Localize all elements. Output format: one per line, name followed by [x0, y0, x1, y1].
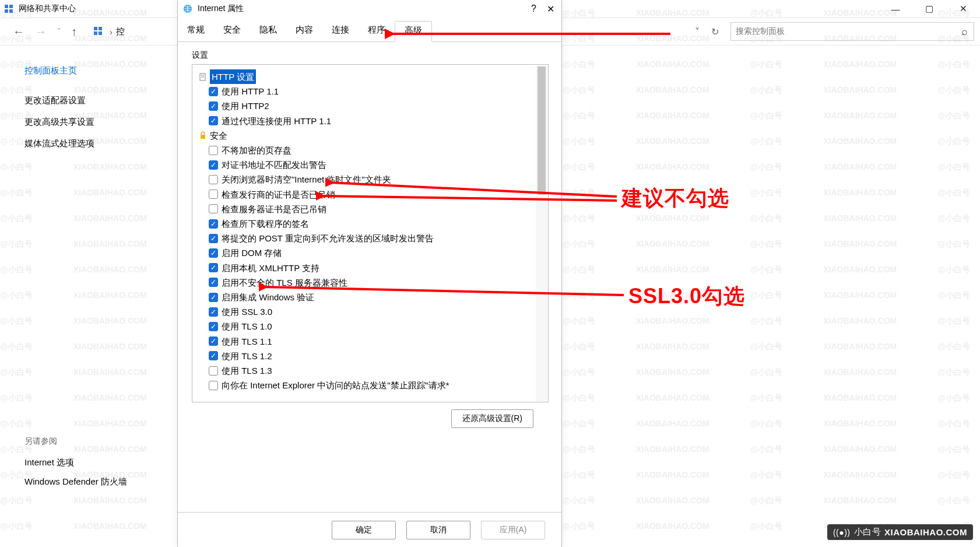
close-button[interactable]: ✕ [946, 0, 980, 17]
setting-label: 使用 HTTP2 [222, 99, 269, 113]
checkbox[interactable] [209, 366, 218, 376]
restore-defaults-button[interactable]: 还原高级设置(R) [451, 409, 533, 428]
checkbox[interactable] [209, 381, 218, 390]
setting-item[interactable]: ✓启用本机 XMLHTTP 支持 [196, 261, 545, 275]
checkbox[interactable]: ✓ [209, 101, 218, 111]
group-header[interactable]: HTTP 设置 [196, 69, 545, 84]
setting-label: 启用 DOM 存储 [222, 246, 282, 260]
checkbox[interactable] [209, 190, 218, 199]
scrollbar-thumb[interactable] [538, 66, 546, 195]
setting-label: 向你在 Internet Explorer 中访问的站点发送"禁止跟踪"请求* [222, 378, 449, 392]
setting-item[interactable]: ✓对证书地址不匹配发出警告 [196, 157, 545, 172]
checkbox[interactable]: ✓ [209, 293, 218, 302]
dialog-titlebar: Internet 属性 ? ✕ [178, 0, 561, 17]
settings-list[interactable]: HTTP 设置✓使用 HTTP 1.1✓使用 HTTP2✓通过代理连接使用 HT… [192, 65, 548, 402]
tab-content[interactable]: 内容 [286, 21, 322, 41]
checkbox[interactable]: ✓ [209, 263, 218, 272]
search-input[interactable]: 搜索控制面板 ⌕ [730, 22, 974, 41]
ok-button[interactable]: 确定 [332, 521, 396, 539]
checkbox[interactable]: ✓ [209, 351, 218, 360]
tab-general[interactable]: 常规 [178, 21, 214, 41]
network-icon [3, 3, 14, 14]
setting-label: 将提交的 POST 重定向到不允许发送的区域时发出警告 [222, 231, 434, 246]
checkbox[interactable]: ✓ [209, 160, 218, 170]
setting-item[interactable]: 向你在 Internet Explorer 中访问的站点发送"禁止跟踪"请求* [196, 378, 545, 392]
sidebar-link-streaming[interactable]: 媒体流式处理选项 [24, 138, 146, 149]
breadcrumb-segment[interactable]: 控 [116, 26, 125, 37]
sidebar-link-sharing[interactable]: 更改高级共享设置 [24, 117, 146, 128]
annotation-arrow-uncheck-2 [316, 190, 617, 206]
sidebar-link-adapter[interactable]: 更改适配器设置 [24, 95, 146, 106]
svg-rect-0 [5, 5, 8, 8]
setting-label: 对证书地址不匹配发出警告 [222, 157, 326, 172]
setting-item[interactable]: ✓使用 TLS 1.0 [196, 319, 545, 334]
forward-button[interactable]: → [35, 25, 47, 38]
checkbox[interactable]: ✓ [209, 219, 218, 229]
maximize-button[interactable]: ▢ [912, 0, 946, 17]
checkbox[interactable]: ✓ [209, 322, 218, 331]
history-dropdown[interactable]: ˅ [57, 27, 61, 36]
breadcrumb[interactable]: › 控 [93, 26, 125, 37]
see-also-internet-options[interactable]: Internet 选项 [24, 457, 146, 468]
minimize-button[interactable]: — [879, 0, 912, 17]
svg-rect-4 [94, 27, 97, 30]
help-button[interactable]: ? [531, 3, 536, 15]
tab-connections[interactable]: 连接 [322, 21, 359, 41]
setting-item[interactable]: 不将加密的页存盘 [196, 143, 545, 157]
dialog-footer: 确定 取消 应用(A) [178, 512, 561, 547]
broadcast-icon: ((●)) [833, 528, 851, 537]
checkbox[interactable]: ✓ [209, 307, 218, 317]
annotation-ssl-label: SSL3.0勾选 [628, 282, 745, 311]
corner-wm-label: 小白号 [854, 527, 881, 538]
setting-item[interactable]: ✓检查所下载程序的签名 [196, 216, 545, 231]
checkbox[interactable]: ✓ [209, 116, 218, 125]
scrollbar[interactable] [536, 65, 547, 401]
setting-item[interactable]: 使用 TLS 1.3 [196, 363, 545, 378]
address-dropdown-icon[interactable]: ˅ [695, 26, 700, 37]
checkbox[interactable]: ✓ [209, 248, 218, 258]
setting-item[interactable]: ✓使用 TLS 1.2 [196, 349, 545, 363]
setting-label: 使用 TLS 1.1 [222, 334, 272, 349]
svg-rect-6 [94, 31, 97, 35]
svg-rect-5 [99, 27, 102, 30]
setting-item[interactable]: ✓使用 TLS 1.1 [196, 334, 545, 349]
sidebar-home-link[interactable]: 控制面板主页 [24, 65, 146, 76]
setting-label: 通过代理连接使用 HTTP 1.1 [222, 114, 331, 128]
tab-privacy[interactable]: 隐私 [250, 21, 286, 41]
back-button[interactable]: ← [13, 25, 24, 38]
checkbox[interactable]: ✓ [209, 336, 218, 346]
see-also-defender[interactable]: Windows Defender 防火墙 [24, 476, 146, 488]
refresh-icon[interactable]: ↻ [711, 26, 719, 37]
dialog-close-button[interactable]: ✕ [547, 3, 554, 15]
search-icon[interactable]: ⌕ [961, 26, 968, 38]
dialog-title: Internet 属性 [198, 3, 244, 14]
checkbox[interactable] [209, 204, 218, 213]
setting-item[interactable]: ✓使用 HTTP 1.1 [196, 84, 545, 99]
apply-button[interactable]: 应用(A) [481, 521, 545, 539]
search-placeholder: 搜索控制面板 [736, 26, 785, 37]
setting-item[interactable]: ✓通过代理连接使用 HTTP 1.1 [196, 114, 545, 128]
lock-icon [198, 131, 208, 140]
setting-item[interactable]: ✓启用 DOM 存储 [196, 246, 545, 260]
checkbox[interactable]: ✓ [209, 234, 218, 243]
annotation-arrow-tab [385, 27, 670, 41]
setting-label: 检查所下载程序的签名 [222, 216, 309, 231]
setting-label: 使用 TLS 1.2 [222, 349, 272, 363]
setting-item[interactable]: ✓使用 HTTP2 [196, 99, 545, 113]
setting-item[interactable]: ✓使用 SSL 3.0 [196, 304, 545, 319]
document-icon [198, 72, 208, 82]
setting-label: 使用 HTTP 1.1 [222, 84, 279, 99]
checkbox[interactable] [209, 175, 218, 184]
svg-rect-3 [9, 9, 13, 13]
group-header[interactable]: 安全 [196, 128, 545, 143]
internet-icon [182, 3, 193, 14]
up-button[interactable]: ↑ [71, 25, 77, 38]
checkbox[interactable] [209, 146, 218, 155]
checkbox[interactable]: ✓ [209, 278, 218, 287]
checkbox[interactable]: ✓ [209, 87, 218, 96]
tab-security[interactable]: 安全 [214, 21, 250, 41]
cancel-button[interactable]: 取消 [406, 521, 470, 539]
setting-item[interactable]: ✓将提交的 POST 重定向到不允许发送的区域时发出警告 [196, 231, 545, 246]
svg-rect-12 [201, 135, 205, 139]
sidebar: 控制面板主页 更改适配器设置 更改高级共享设置 媒体流式处理选项 另请参阅 In… [0, 45, 146, 547]
